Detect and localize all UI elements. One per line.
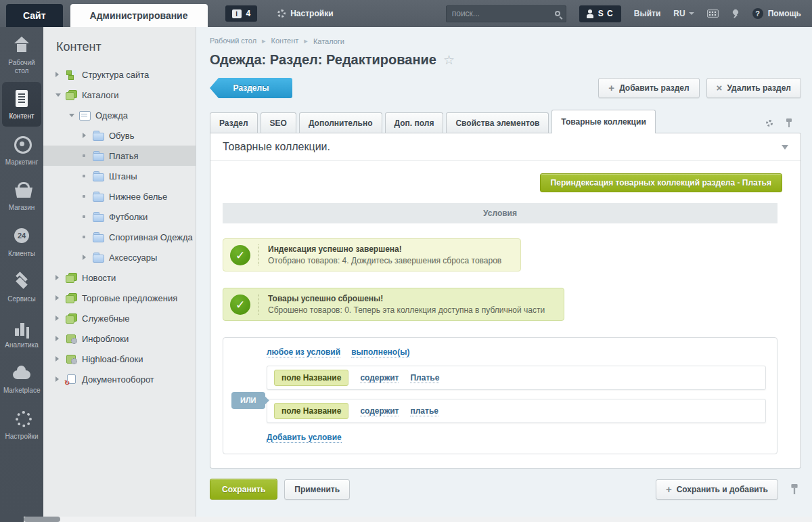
logout-button[interactable]: Выйти [634, 9, 661, 18]
collapse-triangle-icon[interactable] [782, 145, 788, 150]
hotkeys-keyboard-icon[interactable] [707, 9, 719, 18]
form-tab-label: Товарные коллекции [561, 117, 646, 127]
favorite-star-icon[interactable] [443, 52, 455, 68]
tree-expander-icon[interactable] [83, 154, 93, 157]
tree-expander-icon[interactable] [83, 215, 93, 218]
tree-item-icon [93, 151, 104, 160]
tree-expander-icon[interactable] [83, 195, 93, 198]
tree-item[interactable]: Штаны [43, 166, 196, 186]
condition-field-tag[interactable]: поле Название [274, 370, 348, 386]
rail-item[interactable]: Аналитика [2, 311, 41, 355]
check-icon [230, 245, 250, 265]
admin-tab[interactable]: Администрирование [70, 4, 208, 27]
form-pin-icon[interactable] [785, 118, 793, 127]
tree-item[interactable]: Торговые предложения [43, 288, 196, 308]
rail-item-icon [10, 363, 33, 383]
delete-section-button[interactable]: Удалить раздел [706, 78, 801, 98]
tree-expander-icon[interactable] [69, 114, 79, 117]
tree-expander-icon[interactable] [83, 255, 93, 260]
tree-expander-icon[interactable] [83, 236, 93, 238]
rail-item[interactable]: Настройки [2, 402, 41, 447]
user-badge[interactable]: S C [579, 5, 621, 22]
rail-item[interactable]: Клиенты [2, 219, 41, 264]
site-tab[interactable]: Сайт [6, 4, 63, 27]
breadcrumb-link[interactable]: Каталоги [313, 37, 344, 45]
add-section-button[interactable]: Добавить раздел [598, 78, 699, 98]
condition-operator-link[interactable]: содержит [360, 373, 399, 383]
rail-item[interactable]: Маркетинг [2, 128, 41, 173]
condition-logic-link[interactable]: любое из условий [267, 347, 340, 357]
save-button[interactable]: Сохранить [210, 479, 277, 500]
tree-item[interactable]: Highload-блоки [43, 349, 196, 369]
plus-icon [608, 83, 614, 93]
search-input[interactable] [452, 9, 555, 18]
tree-item[interactable]: Обувь [43, 125, 196, 146]
rail-item[interactable]: Рабочий стол [2, 28, 41, 81]
tree-item-label: Торговые предложения [82, 293, 177, 303]
tree-expander-icon[interactable] [83, 175, 93, 177]
condition-operator-link[interactable]: содержит [360, 406, 399, 416]
form-tab[interactable]: Дополнительно [299, 112, 382, 133]
save-and-add-button[interactable]: Сохранить и добавить [656, 479, 778, 500]
pin-icon[interactable] [731, 9, 740, 18]
language-selector[interactable]: RU [673, 9, 694, 18]
tree-item[interactable]: Структура сайта [43, 64, 196, 85]
tree-expander-icon[interactable] [55, 93, 66, 97]
breadcrumb-link[interactable]: Рабочий стол [210, 37, 271, 45]
page-title: Одежда: Раздел: Редактирование [210, 52, 436, 68]
message-body: Товары успешно сброшены! Сброшено товаро… [258, 294, 545, 315]
rail-item[interactable]: Marketplace [2, 356, 41, 401]
rail-item[interactable]: Магазин [2, 173, 41, 218]
breadcrumb-link[interactable]: Контент [271, 37, 313, 45]
rail-item[interactable]: Сервисы [2, 265, 41, 309]
form-tab[interactable]: Раздел [210, 112, 258, 133]
tree-expander-icon[interactable] [55, 356, 66, 362]
condition-value-link[interactable]: платье [410, 406, 438, 416]
tree-item[interactable]: Нижнее белье [43, 186, 196, 206]
condition-value-link[interactable]: Платье [410, 373, 439, 383]
tree-expander-icon[interactable] [83, 133, 93, 138]
scrollbar-thumb[interactable] [24, 517, 60, 522]
form-tab[interactable]: SEO [261, 112, 296, 133]
tree-expander-icon[interactable] [55, 275, 66, 280]
tree-item[interactable]: Аксессуары [43, 247, 196, 267]
tree-expander-icon[interactable] [55, 336, 66, 341]
horizontal-scrollbar[interactable] [24, 517, 812, 522]
add-condition-link[interactable]: Добавить условие [267, 433, 342, 443]
condition-field-tag[interactable]: поле Название [274, 403, 348, 419]
rail-item-label: Настройки [3, 433, 40, 441]
help-button[interactable]: Помощь [752, 8, 801, 19]
tree-item[interactable]: Каталоги [43, 85, 196, 105]
form-tab-label: Доп. поля [394, 118, 434, 128]
apply-button[interactable]: Применить [284, 479, 350, 500]
form-tab[interactable]: Доп. поля [385, 112, 444, 133]
reindex-button[interactable]: Периндексация товарных коллекций раздела… [540, 173, 782, 192]
rail-item-label: Marketplace [3, 387, 40, 395]
tree-item[interactable]: Новости [43, 267, 196, 288]
tree-item[interactable]: Служебные [43, 308, 196, 328]
tree-item-label: Спортивная Одежда [109, 232, 193, 242]
form-tab[interactable]: Свойства элементов [446, 112, 549, 133]
tree-expander-icon[interactable] [55, 316, 66, 321]
footer-pin-icon[interactable] [790, 484, 799, 494]
tree-item[interactable]: Платья [43, 146, 196, 166]
sections-back-button[interactable]: Разделы [210, 78, 292, 98]
form-tab[interactable]: Товарные коллекции [551, 110, 655, 133]
topbar-settings-button[interactable]: Настройки [277, 9, 333, 18]
tree-expander-icon[interactable] [55, 295, 66, 301]
tree-item[interactable]: Одежда [43, 105, 196, 125]
main-content: Рабочий стол Контент Каталоги Одежда: Ра… [196, 27, 812, 522]
form-settings-gear-icon[interactable] [766, 120, 773, 127]
tree-item-icon [66, 354, 77, 364]
form-tab-label: Раздел [219, 118, 248, 128]
tree-expander-icon[interactable] [55, 72, 66, 77]
tree-item[interactable]: Инфоблоки [43, 328, 196, 349]
tree-item[interactable]: Футболки [43, 206, 196, 227]
rail-item[interactable]: Контент [2, 82, 41, 127]
search-icon[interactable] [555, 11, 560, 16]
rail-item-icon [10, 318, 33, 338]
tree-item[interactable]: Документооборот [43, 369, 196, 389]
condition-done-link[interactable]: выполнено(ы) [351, 347, 409, 357]
tree-item[interactable]: Спортивная Одежда [43, 227, 196, 247]
notifications-badge[interactable]: 4 [225, 5, 258, 22]
